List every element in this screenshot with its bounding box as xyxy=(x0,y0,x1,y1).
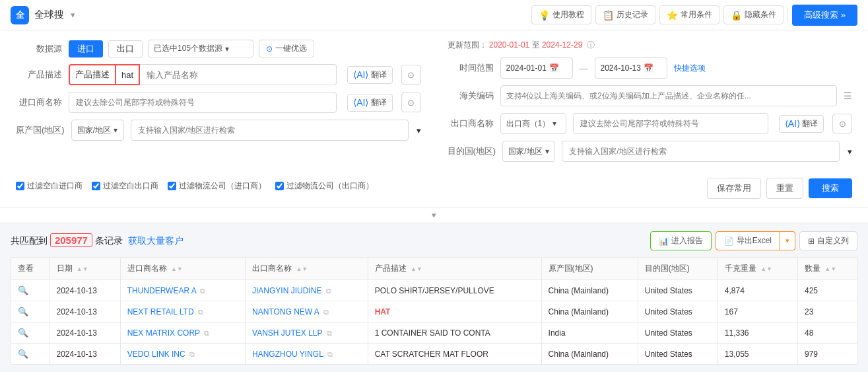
datasource-select[interactable]: 已选中105个数据源 ▾ xyxy=(148,40,253,57)
exporter-input[interactable] xyxy=(573,113,768,134)
view-icon[interactable]: 🔍 xyxy=(18,349,28,359)
destination-input[interactable] xyxy=(562,141,840,162)
divider xyxy=(787,9,788,22)
copy-icon-2[interactable]: ⧉ xyxy=(327,329,332,337)
time-range-row: 时间范围 2024-01-01 📅 — 2024-10-13 📅 快捷选项 xyxy=(448,57,853,79)
importer-row: 进口商名称 ⟨AI⟩ 翻译 ⊙ xyxy=(16,92,421,113)
results-section: 共匹配到 205977 条记录 获取大量客户 📊 进入报告 📄 导出Excel … xyxy=(0,223,868,372)
search-button[interactable]: 搜索 xyxy=(809,178,852,198)
nav-right: 💡 使用教程 📋 历史记录 ⭐ 常用条件 🔒 隐藏条件 高级搜索 » xyxy=(531,5,857,26)
action-row: 保存常用 重置 搜索 xyxy=(707,178,852,199)
quick-select-button[interactable]: 快捷选项 xyxy=(674,63,706,74)
col-importer: 进口商名称 ▲▼ xyxy=(120,258,245,280)
search-panel: 数据源 进口 出口 已选中105个数据源 ▾ ⊙ 一键优选 产品描述 xyxy=(0,30,868,207)
collapse-bar[interactable]: ▾ xyxy=(0,207,868,223)
hidden-conditions-button[interactable]: 🔒 隐藏条件 xyxy=(723,5,784,24)
custom-col-button[interactable]: ⊞ 自定义列 xyxy=(799,231,857,250)
product-cell-highlight: HAT xyxy=(375,307,391,316)
table-row: 🔍 2024-10-13 NEX MATRIX CORP ⧉ VANSH JUT… xyxy=(11,322,857,344)
view-cell: 🔍 xyxy=(11,322,50,344)
origin-cell: China (Mainland) xyxy=(541,301,638,322)
filter-empty-importer[interactable]: 过滤空白进口商 xyxy=(16,180,83,192)
product-translate-button[interactable]: ⟨AI⟩ 翻译 xyxy=(347,66,392,84)
copy-icon[interactable]: ⧉ xyxy=(189,350,195,358)
importer-translate-button[interactable]: ⟨AI⟩ 翻译 xyxy=(347,94,392,112)
origin-cell: India xyxy=(541,322,638,344)
view-cell: 🔍 xyxy=(11,280,50,301)
history-button[interactable]: 📋 历史记录 xyxy=(595,5,655,24)
exporter-cell: VANSH JUTEX LLP ⧉ xyxy=(246,322,368,344)
origin-select[interactable]: 国家/地区 ▾ xyxy=(71,120,124,141)
import-tab[interactable]: 进口 xyxy=(69,40,103,57)
copy-icon-2[interactable]: ⧉ xyxy=(327,350,333,358)
reset-button[interactable]: 重置 xyxy=(766,178,803,199)
report-button[interactable]: 📊 进入报告 xyxy=(650,231,712,250)
copy-icon[interactable]: ⧉ xyxy=(200,287,205,295)
export-tab[interactable]: 出口 xyxy=(108,40,143,57)
table-row: 🔍 2024-10-13 NEXT RETAIL LTD ⧉ NANTONG N… xyxy=(11,301,857,322)
check-icon: ⊙ xyxy=(266,44,273,54)
origin-input[interactable] xyxy=(131,120,409,141)
importer-search-icon[interactable]: ⊙ xyxy=(401,93,421,112)
importer-name[interactable]: NEX MATRIX CORP xyxy=(127,328,200,338)
copy-icon[interactable]: ⧉ xyxy=(204,329,209,337)
get-customers-button[interactable]: 获取大量客户 xyxy=(128,235,184,247)
advanced-search-button[interactable]: 高级搜索 » xyxy=(792,5,857,26)
tutorial-button[interactable]: 💡 使用教程 xyxy=(531,5,591,24)
product-input[interactable] xyxy=(140,64,337,85)
save-button[interactable]: 保存常用 xyxy=(707,178,761,199)
exporter-name[interactable]: VANSH JUTEX LLP xyxy=(252,328,322,338)
product-cell: 1 CONTAINER SAID TO CONTA xyxy=(375,328,490,338)
time-label: 时间范围 xyxy=(448,62,494,74)
importer-name[interactable]: NEXT RETAIL LTD xyxy=(127,307,194,316)
exporter-name[interactable]: HANGZHOU YINGL xyxy=(252,350,323,359)
table-row: 🔍 2024-10-13 THUNDERWEAR A ⧉ JIANGYIN JI… xyxy=(11,280,857,301)
time-start-input[interactable]: 2024-01-01 📅 xyxy=(500,57,573,79)
weight-cell: 167 xyxy=(718,301,797,322)
filter-logistics-importer[interactable]: 过滤物流公司（进口商） xyxy=(168,180,266,192)
date-cell: 2024-10-13 xyxy=(50,344,120,365)
exporter-cell: NANTONG NEW A ⧉ xyxy=(246,301,368,322)
results-actions: 📊 进入报告 📄 导出Excel ▾ ⊞ 自定义列 xyxy=(650,231,857,250)
common-conditions-button[interactable]: ⭐ 常用条件 xyxy=(659,5,719,24)
exporter-translate-button[interactable]: ⟨AI⟩ 翻译 xyxy=(779,115,824,133)
excel-icon: 📄 xyxy=(724,237,734,246)
destination-cell: United States xyxy=(638,344,718,365)
weight-cell: 4,874 xyxy=(718,280,797,301)
copy-icon-2[interactable]: ⧉ xyxy=(323,308,329,316)
quantity-cell: 425 xyxy=(797,280,857,301)
copy-icon-2[interactable]: ⧉ xyxy=(326,287,331,295)
view-icon[interactable]: 🔍 xyxy=(18,307,28,316)
export-dropdown-button[interactable]: ▾ xyxy=(780,231,795,250)
exporter-name[interactable]: NANTONG NEW A xyxy=(252,307,319,316)
time-end-input[interactable]: 2024-10-13 📅 xyxy=(595,57,667,79)
importer-input[interactable] xyxy=(69,92,337,113)
importer-name[interactable]: VEDO LINK INC xyxy=(127,350,185,359)
table-body: 🔍 2024-10-13 THUNDERWEAR A ⧉ JIANGYIN JI… xyxy=(11,280,857,365)
destination-cell: United States xyxy=(638,280,718,301)
onekey-button[interactable]: ⊙ 一键优选 xyxy=(259,40,314,57)
product-search-icon[interactable]: ⊙ xyxy=(401,65,421,85)
exporter-name[interactable]: JIANGYIN JIUDINE xyxy=(252,286,321,295)
exporter-search-icon[interactable]: ⊙ xyxy=(832,114,852,133)
filter-logistics-exporter[interactable]: 过滤物流公司（出口商） xyxy=(275,180,374,192)
view-icon[interactable]: 🔍 xyxy=(18,285,28,295)
filter-empty-exporter[interactable]: 过滤空白出口商 xyxy=(92,180,158,192)
date-cell: 2024-10-13 xyxy=(50,322,120,344)
filter-checkboxes: 过滤空白进口商 过滤空白出口商 过滤物流公司（进口商） 过滤物流公司（出口商） xyxy=(16,180,374,192)
logo: 全 xyxy=(11,6,29,24)
export-button[interactable]: 📄 导出Excel xyxy=(716,231,780,250)
datasource-row: 数据源 进口 出口 已选中105个数据源 ▾ ⊙ 一键优选 xyxy=(16,40,421,57)
customs-input[interactable] xyxy=(500,85,838,106)
list-icon[interactable]: ☰ xyxy=(844,91,852,101)
view-icon[interactable]: 🔍 xyxy=(18,328,28,338)
importer-cell: NEXT RETAIL LTD ⧉ xyxy=(120,301,245,322)
exporter-select[interactable]: 出口商（1） ▾ xyxy=(500,113,566,134)
nav-title: 全球搜 xyxy=(34,9,64,21)
copy-icon[interactable]: ⧉ xyxy=(198,308,203,316)
col-date: 日期 ▲▼ xyxy=(50,258,120,280)
importer-name[interactable]: THUNDERWEAR A xyxy=(127,286,196,295)
exporter-row: 出口商名称 出口商（1） ▾ ⟨AI⟩ 翻译 ⊙ xyxy=(448,113,853,134)
view-cell: 🔍 xyxy=(11,344,50,365)
destination-select[interactable]: 国家/地区 ▾ xyxy=(502,141,555,162)
